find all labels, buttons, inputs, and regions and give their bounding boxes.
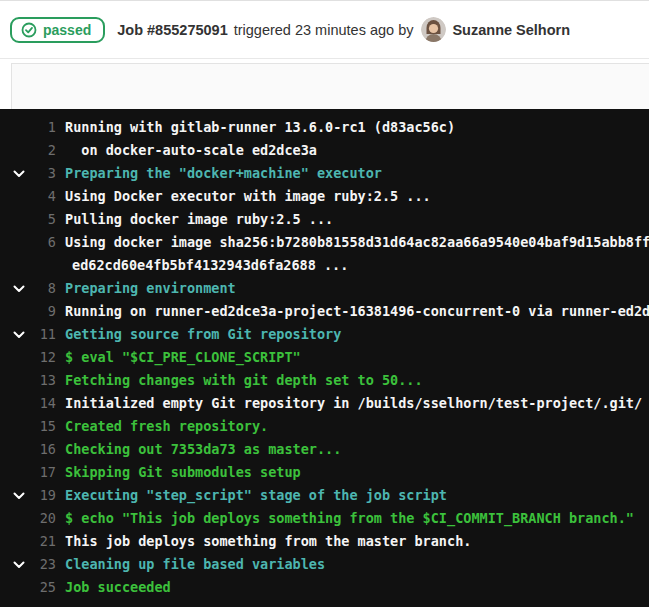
job-id: Job #855275091 xyxy=(117,22,227,38)
log-line: 8Preparing environment xyxy=(0,277,649,300)
log-line: 25Job succeeded xyxy=(0,576,649,599)
log-line-number[interactable]: 6 xyxy=(0,231,56,254)
log-line: 16Checking out 7353da73 as master... xyxy=(0,438,649,461)
log-line: 2 on docker-auto-scale ed2dce3a xyxy=(0,139,649,162)
log-line-text: Job succeeded xyxy=(65,579,171,595)
check-circle-icon xyxy=(21,22,37,38)
job-meta: Job #855275091 triggered 23 minutes ago … xyxy=(117,17,570,42)
log-line: 15Created fresh repository. xyxy=(0,415,649,438)
log-line-text: ed62cd60e4fb5bf4132943d6fa2688 ... xyxy=(72,257,348,273)
log-line-number[interactable]: 25 xyxy=(0,576,56,599)
log-line: 12$ eval "$CI_PRE_CLONE_SCRIPT" xyxy=(0,346,649,369)
avatar-image xyxy=(421,17,446,42)
log-line-text[interactable]: Executing "step_script" stage of the job… xyxy=(65,487,447,503)
log-line-text: on docker-auto-scale ed2dce3a xyxy=(65,142,317,158)
log-line-text: $ echo "This job deploys something from … xyxy=(65,510,634,526)
log-line-text: Fetching changes with git depth set to 5… xyxy=(65,372,423,388)
job-trigger-text: triggered 23 minutes ago by xyxy=(234,22,414,38)
log-line: 4Using Docker executor with image ruby:2… xyxy=(0,185,649,208)
log-line-text[interactable]: Preparing the "docker+machine" executor xyxy=(65,165,382,181)
log-line-text: Running with gitlab-runner 13.6.0-rc1 (d… xyxy=(65,119,455,135)
log-line-number[interactable]: 15 xyxy=(0,415,56,438)
log-line-text[interactable]: Getting source from Git repository xyxy=(65,326,341,342)
log-line: 5Pulling docker image ruby:2.5 ... xyxy=(0,208,649,231)
job-header: passed Job #855275091 triggered 23 minut… xyxy=(0,0,649,59)
job-log: 1Running with gitlab-runner 13.6.0-rc1 (… xyxy=(0,109,649,607)
job-page: passed Job #855275091 triggered 23 minut… xyxy=(0,0,649,607)
log-line-number[interactable]: 20 xyxy=(0,507,56,530)
log-line-text: Running on runner-ed2dce3a-project-16381… xyxy=(65,303,649,319)
log-line-text: Skipping Git submodules setup xyxy=(65,464,301,480)
log-line-number[interactable]: 17 xyxy=(0,461,56,484)
log-line-number[interactable]: 8 xyxy=(0,277,56,300)
log-line-number[interactable]: 23 xyxy=(0,553,56,576)
log-line-number[interactable]: 12 xyxy=(0,346,56,369)
status-badge[interactable]: passed xyxy=(10,17,105,43)
log-line: 17Skipping Git submodules setup xyxy=(0,461,649,484)
log-line-text: Initialized empty Git repository in /bui… xyxy=(65,395,642,411)
log-line-number[interactable]: 11 xyxy=(0,323,56,346)
log-line: 3Preparing the "docker+machine" executor xyxy=(0,162,649,185)
log-line: 19Executing "step_script" stage of the j… xyxy=(0,484,649,507)
log-line-number[interactable]: 16 xyxy=(0,438,56,461)
log-line: 6Using docker image sha256:b7280b81558d3… xyxy=(0,231,649,254)
log-line-text: $ eval "$CI_PRE_CLONE_SCRIPT" xyxy=(65,349,301,365)
log-line: 11Getting source from Git repository xyxy=(0,323,649,346)
log-line: 9Running on runner-ed2dce3a-project-1638… xyxy=(0,300,649,323)
log-line-number[interactable]: 9 xyxy=(0,300,56,323)
log-line-number[interactable]: 2 xyxy=(0,139,56,162)
log-line-number[interactable]: 13 xyxy=(0,369,56,392)
log-line: 23Cleaning up file based variables xyxy=(0,553,649,576)
log-controls-panel xyxy=(11,63,649,109)
log-line: 20$ echo "This job deploys something fro… xyxy=(0,507,649,530)
log-line: 1Running with gitlab-runner 13.6.0-rc1 (… xyxy=(0,116,649,139)
log-line: 14Initialized empty Git repository in /b… xyxy=(0,392,649,415)
log-line-text: Checking out 7353da73 as master... xyxy=(65,441,341,457)
log-line-number[interactable]: 3 xyxy=(0,162,56,185)
log-line-text: Pulling docker image ruby:2.5 ... xyxy=(65,211,333,227)
log-line-text: Using Docker executor with image ruby:2.… xyxy=(65,188,431,204)
log-line-number[interactable]: 21 xyxy=(0,530,56,553)
status-badge-label: passed xyxy=(43,22,91,38)
log-line-number[interactable]: 14 xyxy=(0,392,56,415)
log-line-text[interactable]: Preparing environment xyxy=(65,280,236,296)
log-line-text: Created fresh repository. xyxy=(65,418,268,434)
log-line-text: This job deploys something from the mast… xyxy=(65,533,471,549)
user-name[interactable]: Suzanne Selhorn xyxy=(452,22,570,38)
log-line: ed62cd60e4fb5bf4132943d6fa2688 ... xyxy=(0,254,649,277)
log-line-text: Using docker image sha256:b7280b81558d31… xyxy=(65,234,649,250)
log-line-number[interactable]: 5 xyxy=(0,208,56,231)
log-line: 21This job deploys something from the ma… xyxy=(0,530,649,553)
log-line: 13Fetching changes with git depth set to… xyxy=(0,369,649,392)
log-line-number[interactable]: 19 xyxy=(0,484,56,507)
log-line-number[interactable]: 1 xyxy=(0,116,56,139)
log-line-text[interactable]: Cleaning up file based variables xyxy=(65,556,325,572)
user-avatar[interactable] xyxy=(421,17,446,42)
log-line-number[interactable]: 4 xyxy=(0,185,56,208)
